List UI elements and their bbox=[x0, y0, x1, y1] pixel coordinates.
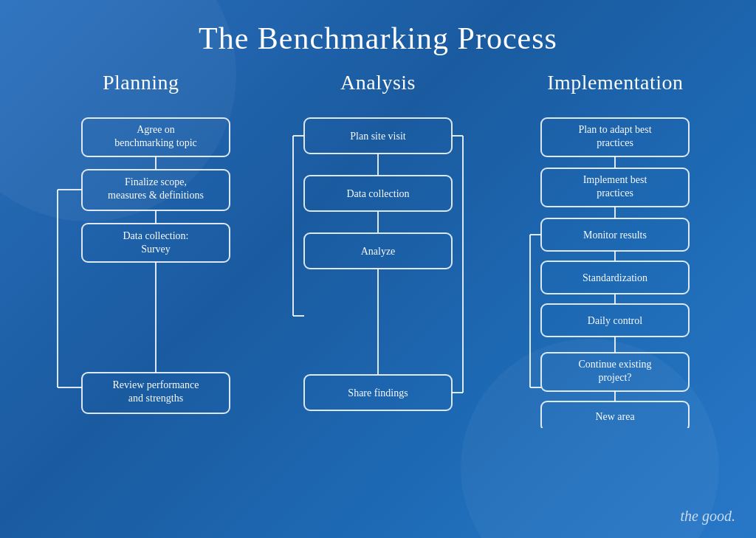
planning-column: Planning Agree on benchmarking topic Fin… bbox=[27, 71, 255, 431]
svg-text:Analyze: Analyze bbox=[361, 246, 396, 257]
analysis-heading: Analysis bbox=[340, 71, 416, 94]
svg-text:practices: practices bbox=[597, 187, 633, 199]
svg-text:Share findings: Share findings bbox=[348, 387, 408, 399]
svg-text:Review performance: Review performance bbox=[112, 379, 199, 390]
svg-text:Finalize scope,: Finalize scope, bbox=[125, 176, 187, 187]
implementation-column: Implementation Plan to adapt best practi… bbox=[501, 71, 729, 431]
svg-text:project?: project? bbox=[599, 372, 632, 383]
implementation-diagram: Plan to adapt best practices Implement b… bbox=[526, 111, 704, 431]
svg-text:measures & definitions: measures & definitions bbox=[108, 190, 204, 201]
svg-text:benchmarking topic: benchmarking topic bbox=[114, 137, 197, 148]
planning-heading: Planning bbox=[103, 71, 179, 94]
page-title: The Benchmarking Process bbox=[0, 0, 756, 63]
svg-text:New area: New area bbox=[596, 411, 636, 422]
analysis-column: Analysis Plan site visit Data collection bbox=[264, 71, 492, 431]
svg-text:Standardization: Standardization bbox=[583, 272, 647, 283]
svg-rect-8 bbox=[82, 224, 230, 262]
watermark: the good. bbox=[681, 508, 735, 525]
svg-text:Agree on: Agree on bbox=[137, 124, 175, 135]
svg-text:Monitor results: Monitor results bbox=[583, 230, 647, 241]
implementation-heading: Implementation bbox=[547, 71, 683, 94]
svg-text:Daily control: Daily control bbox=[588, 315, 642, 326]
planning-diagram: Agree on benchmarking topic Finalize sco… bbox=[41, 111, 241, 431]
svg-text:Continue existing: Continue existing bbox=[579, 359, 652, 370]
columns-wrapper: Planning Agree on benchmarking topic Fin… bbox=[0, 63, 756, 431]
svg-text:Data collection:: Data collection: bbox=[123, 230, 188, 241]
svg-text:Plan to adapt best: Plan to adapt best bbox=[579, 124, 652, 135]
svg-text:Data collection: Data collection bbox=[346, 188, 409, 199]
svg-text:Implement best: Implement best bbox=[583, 174, 647, 185]
svg-text:Plan site visit: Plan site visit bbox=[350, 131, 406, 142]
analysis-diagram: Plan site visit Data collection Analyze bbox=[289, 111, 467, 431]
svg-text:practices: practices bbox=[597, 137, 633, 148]
svg-text:and strengths: and strengths bbox=[128, 393, 183, 404]
svg-text:Survey: Survey bbox=[141, 244, 171, 255]
